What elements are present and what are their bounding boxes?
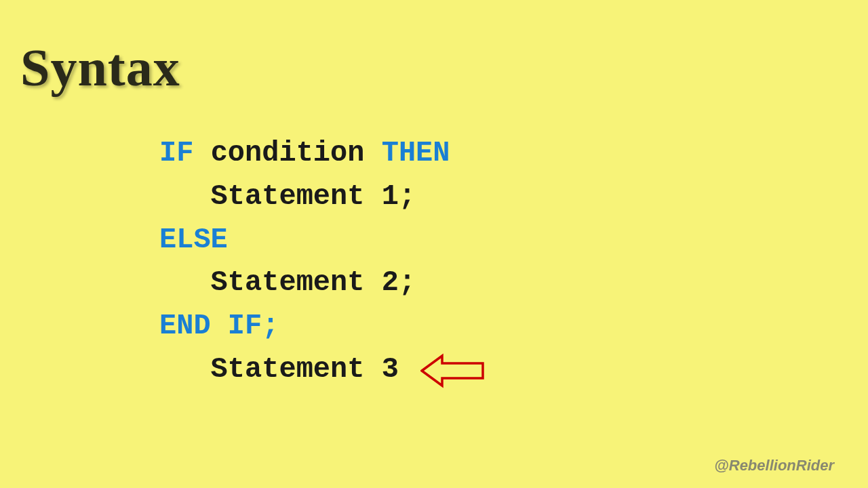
keyword-then: THEN — [382, 137, 450, 169]
code-line-1: IF condition THEN — [159, 132, 450, 176]
watermark-text: @RebellionRider — [714, 457, 834, 474]
code-line-4: Statement 2; — [159, 262, 450, 305]
code-line-6: Statement 3 — [159, 348, 450, 392]
arrow-left-icon — [420, 352, 485, 390]
code-line-2: Statement 1; — [159, 176, 450, 219]
slide-title: Syntax — [20, 37, 180, 98]
code-line-5: END IF; — [159, 305, 450, 348]
code-line-3: ELSE — [159, 219, 450, 262]
keyword-if: IF — [159, 137, 193, 169]
condition-text: condition — [193, 137, 381, 169]
code-block: IF condition THEN Statement 1; ELSE Stat… — [159, 132, 450, 392]
